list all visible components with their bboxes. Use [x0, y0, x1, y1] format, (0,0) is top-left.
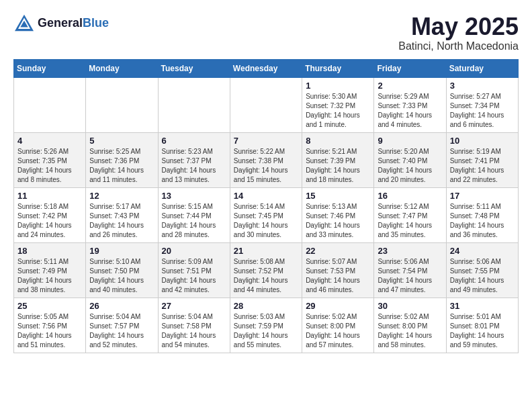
calendar-cell	[158, 77, 230, 132]
day-info: Sunrise: 5:08 AM Sunset: 7:52 PM Dayligh…	[234, 257, 298, 295]
calendar-cell: 30Sunrise: 5:02 AM Sunset: 8:00 PM Dayli…	[374, 298, 446, 353]
calendar-cell: 7Sunrise: 5:22 AM Sunset: 7:38 PM Daylig…	[230, 132, 302, 187]
calendar-cell	[230, 77, 302, 132]
day-info: Sunrise: 5:04 AM Sunset: 7:58 PM Dayligh…	[162, 312, 226, 350]
calendar-body: 1Sunrise: 5:30 AM Sunset: 7:32 PM Daylig…	[14, 77, 519, 353]
day-info: Sunrise: 5:09 AM Sunset: 7:51 PM Dayligh…	[162, 257, 226, 295]
day-header-wednesday: Wednesday	[230, 59, 302, 77]
calendar-cell: 13Sunrise: 5:15 AM Sunset: 7:44 PM Dayli…	[158, 187, 230, 242]
day-number: 7	[234, 136, 298, 146]
day-number: 22	[306, 246, 370, 256]
calendar-week-3: 11Sunrise: 5:18 AM Sunset: 7:42 PM Dayli…	[14, 187, 519, 242]
day-number: 27	[162, 301, 226, 311]
day-info: Sunrise: 5:21 AM Sunset: 7:39 PM Dayligh…	[306, 147, 370, 185]
day-number: 23	[378, 246, 442, 256]
calendar-cell: 3Sunrise: 5:27 AM Sunset: 7:34 PM Daylig…	[446, 77, 518, 132]
day-number: 19	[89, 246, 154, 256]
day-info: Sunrise: 5:12 AM Sunset: 7:47 PM Dayligh…	[378, 202, 442, 240]
day-info: Sunrise: 5:02 AM Sunset: 8:00 PM Dayligh…	[378, 312, 442, 350]
calendar-cell: 4Sunrise: 5:26 AM Sunset: 7:35 PM Daylig…	[14, 132, 86, 187]
calendar-week-2: 4Sunrise: 5:26 AM Sunset: 7:35 PM Daylig…	[14, 132, 519, 187]
calendar-cell: 18Sunrise: 5:11 AM Sunset: 7:49 PM Dayli…	[14, 242, 86, 298]
day-number: 2	[378, 81, 442, 91]
day-number: 9	[378, 136, 442, 146]
day-info: Sunrise: 5:30 AM Sunset: 7:32 PM Dayligh…	[306, 92, 370, 130]
calendar-cell	[86, 77, 158, 132]
day-number: 5	[89, 136, 154, 146]
calendar-cell	[14, 77, 86, 132]
day-info: Sunrise: 5:07 AM Sunset: 7:53 PM Dayligh…	[306, 257, 370, 295]
calendar-cell: 1Sunrise: 5:30 AM Sunset: 7:32 PM Daylig…	[302, 77, 374, 132]
day-info: Sunrise: 5:13 AM Sunset: 7:46 PM Dayligh…	[306, 202, 370, 240]
calendar-cell: 25Sunrise: 5:05 AM Sunset: 7:56 PM Dayli…	[14, 298, 86, 353]
day-number: 26	[89, 301, 154, 311]
day-number: 8	[306, 136, 370, 146]
day-header-thursday: Thursday	[302, 59, 374, 77]
calendar-cell: 10Sunrise: 5:19 AM Sunset: 7:41 PM Dayli…	[446, 132, 518, 187]
calendar-cell: 12Sunrise: 5:17 AM Sunset: 7:43 PM Dayli…	[86, 187, 158, 242]
day-info: Sunrise: 5:27 AM Sunset: 7:34 PM Dayligh…	[450, 92, 515, 130]
day-info: Sunrise: 5:06 AM Sunset: 7:55 PM Dayligh…	[450, 257, 515, 295]
logo-icon	[13, 13, 35, 32]
day-info: Sunrise: 5:19 AM Sunset: 7:41 PM Dayligh…	[450, 147, 515, 185]
calendar-week-4: 18Sunrise: 5:11 AM Sunset: 7:49 PM Dayli…	[14, 242, 519, 298]
calendar-cell: 22Sunrise: 5:07 AM Sunset: 7:53 PM Dayli…	[302, 242, 374, 298]
calendar-cell: 9Sunrise: 5:20 AM Sunset: 7:40 PM Daylig…	[374, 132, 446, 187]
day-number: 18	[17, 246, 82, 256]
day-info: Sunrise: 5:26 AM Sunset: 7:35 PM Dayligh…	[17, 147, 82, 185]
day-number: 29	[306, 301, 370, 311]
day-header-saturday: Saturday	[446, 59, 518, 77]
day-info: Sunrise: 5:23 AM Sunset: 7:37 PM Dayligh…	[162, 147, 226, 185]
calendar-week-1: 1Sunrise: 5:30 AM Sunset: 7:32 PM Daylig…	[14, 77, 519, 132]
calendar-table: SundayMondayTuesdayWednesdayThursdayFrid…	[13, 59, 519, 353]
calendar-cell: 8Sunrise: 5:21 AM Sunset: 7:39 PM Daylig…	[302, 132, 374, 187]
day-info: Sunrise: 5:25 AM Sunset: 7:36 PM Dayligh…	[89, 147, 154, 185]
day-number: 3	[450, 81, 515, 91]
day-number: 28	[234, 301, 298, 311]
calendar-cell: 23Sunrise: 5:06 AM Sunset: 7:54 PM Dayli…	[374, 242, 446, 298]
location-subtitle: Batinci, North Macedonia	[398, 40, 519, 52]
calendar-cell: 28Sunrise: 5:03 AM Sunset: 7:59 PM Dayli…	[230, 298, 302, 353]
day-number: 4	[17, 136, 82, 146]
calendar-cell: 31Sunrise: 5:01 AM Sunset: 8:01 PM Dayli…	[446, 298, 518, 353]
day-info: Sunrise: 5:14 AM Sunset: 7:45 PM Dayligh…	[234, 202, 298, 240]
day-number: 25	[17, 301, 82, 311]
day-number: 10	[450, 136, 515, 146]
calendar-cell: 24Sunrise: 5:06 AM Sunset: 7:55 PM Dayli…	[446, 242, 518, 298]
calendar-cell: 2Sunrise: 5:29 AM Sunset: 7:33 PM Daylig…	[374, 77, 446, 132]
calendar-cell: 29Sunrise: 5:02 AM Sunset: 8:00 PM Dayli…	[302, 298, 374, 353]
calendar-cell: 19Sunrise: 5:10 AM Sunset: 7:50 PM Dayli…	[86, 242, 158, 298]
calendar-cell: 6Sunrise: 5:23 AM Sunset: 7:37 PM Daylig…	[158, 132, 230, 187]
day-info: Sunrise: 5:02 AM Sunset: 8:00 PM Dayligh…	[306, 312, 370, 350]
day-number: 12	[89, 191, 154, 201]
day-number: 30	[378, 301, 442, 311]
day-number: 11	[17, 191, 82, 201]
day-info: Sunrise: 5:17 AM Sunset: 7:43 PM Dayligh…	[89, 202, 154, 240]
day-info: Sunrise: 5:15 AM Sunset: 7:44 PM Dayligh…	[162, 202, 226, 240]
page-header: GeneralBlue May 2025 Batinci, North Mace…	[13, 13, 519, 52]
calendar-cell: 21Sunrise: 5:08 AM Sunset: 7:52 PM Dayli…	[230, 242, 302, 298]
calendar-week-5: 25Sunrise: 5:05 AM Sunset: 7:56 PM Dayli…	[14, 298, 519, 353]
day-header-sunday: Sunday	[14, 59, 86, 77]
calendar-cell: 17Sunrise: 5:11 AM Sunset: 7:48 PM Dayli…	[446, 187, 518, 242]
day-info: Sunrise: 5:01 AM Sunset: 8:01 PM Dayligh…	[450, 312, 515, 350]
day-info: Sunrise: 5:05 AM Sunset: 7:56 PM Dayligh…	[17, 312, 82, 350]
day-header-monday: Monday	[86, 59, 158, 77]
day-info: Sunrise: 5:18 AM Sunset: 7:42 PM Dayligh…	[17, 202, 82, 240]
logo-text-general: General	[38, 16, 83, 30]
calendar-cell: 5Sunrise: 5:25 AM Sunset: 7:36 PM Daylig…	[86, 132, 158, 187]
day-number: 14	[234, 191, 298, 201]
day-info: Sunrise: 5:03 AM Sunset: 7:59 PM Dayligh…	[234, 312, 298, 350]
day-number: 15	[306, 191, 370, 201]
day-number: 20	[162, 246, 226, 256]
logo-text-blue: Blue	[83, 16, 109, 30]
day-number: 6	[162, 136, 226, 146]
day-info: Sunrise: 5:06 AM Sunset: 7:54 PM Dayligh…	[378, 257, 442, 295]
calendar-cell: 16Sunrise: 5:12 AM Sunset: 7:47 PM Dayli…	[374, 187, 446, 242]
day-number: 21	[234, 246, 298, 256]
day-info: Sunrise: 5:10 AM Sunset: 7:50 PM Dayligh…	[89, 257, 154, 295]
day-number: 31	[450, 301, 515, 311]
day-number: 24	[450, 246, 515, 256]
day-header-tuesday: Tuesday	[158, 59, 230, 77]
day-info: Sunrise: 5:22 AM Sunset: 7:38 PM Dayligh…	[234, 147, 298, 185]
